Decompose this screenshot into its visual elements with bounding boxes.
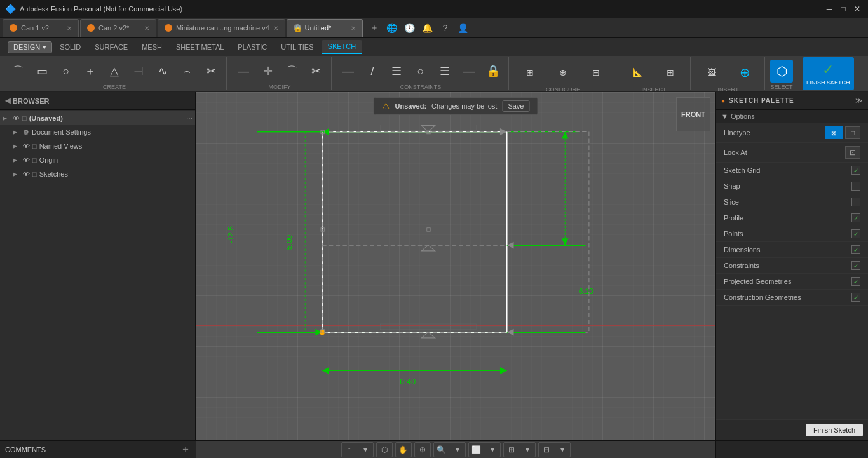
new-tab-button[interactable]: ＋: [367, 20, 382, 36]
constraint5-button[interactable]: ☰: [433, 60, 456, 83]
display-mode-button[interactable]: ⬜: [469, 443, 484, 457]
linetype-secondary-button[interactable]: □: [845, 126, 860, 139]
orbit-button[interactable]: ⊕: [415, 443, 430, 457]
palette-finish-sketch-button[interactable]: Finish Sketch: [806, 424, 863, 436]
lock-button[interactable]: 🔒: [482, 60, 505, 83]
tab-untitled[interactable]: 🔒 Untitled* ✕: [287, 19, 363, 37]
design-button[interactable]: DESIGN ▾: [8, 41, 52, 53]
finish-sketch-button[interactable]: ✓ FINISH SKETCH: [803, 57, 854, 90]
notification-button[interactable]: 🔔: [420, 20, 435, 36]
toolbar-tab-plastic[interactable]: PLASTIC: [231, 41, 273, 53]
tab-can2[interactable]: Can 2 v2* ✕: [80, 19, 156, 37]
save-button[interactable]: Save: [502, 100, 529, 112]
display-dropdown-button[interactable]: ▾: [485, 443, 500, 457]
constraint4-button[interactable]: ○: [409, 60, 432, 83]
browser-item-origin[interactable]: ▶ 👁 □ Origin: [0, 153, 195, 167]
visibility-icon-unsaved[interactable]: 👁: [13, 114, 20, 122]
tab-close-miniature[interactable]: ✕: [273, 25, 278, 32]
fillet-tool-button[interactable]: ⌢: [175, 60, 198, 83]
palette-section-options[interactable]: ▼ Options: [716, 110, 868, 123]
offset-tool-button[interactable]: ⌒: [280, 60, 303, 83]
tab-close-can2[interactable]: ✕: [144, 25, 149, 32]
slice-checkbox[interactable]: [851, 198, 860, 206]
constraints-dropdown-icon[interactable]: ▾: [419, 90, 423, 91]
maximize-button[interactable]: □: [837, 3, 849, 15]
profile-checkbox[interactable]: ✓: [851, 213, 860, 222]
dimension-tool-button[interactable]: ⊣: [127, 60, 150, 83]
tab-close-untitled[interactable]: ✕: [351, 25, 356, 32]
modify-dropdown-icon[interactable]: ▾: [278, 90, 281, 91]
configure-btn2[interactable]: ⊕: [547, 60, 579, 85]
visibility-icon-sketches[interactable]: 👁: [23, 170, 30, 178]
points-checkbox[interactable]: ✓: [851, 229, 860, 238]
configure-btn3[interactable]: ⊟: [580, 60, 612, 85]
construction-geometries-checkbox[interactable]: ✓: [851, 293, 860, 302]
zoom-button[interactable]: 🔍: [434, 443, 449, 457]
constraints-checkbox[interactable]: ✓: [851, 261, 860, 270]
constraint3-button[interactable]: ☰: [385, 60, 408, 83]
browser-nav-back[interactable]: ◀: [5, 97, 10, 105]
options-icon-unsaved[interactable]: ⋯: [186, 115, 193, 122]
linetype-button[interactable]: ⊠: [825, 126, 843, 139]
toolbar-tab-mesh[interactable]: MESH: [135, 41, 168, 53]
toolbar-tab-solid[interactable]: SOLID: [53, 41, 87, 53]
minimize-button[interactable]: ─: [824, 3, 835, 15]
select-dropdown-icon[interactable]: ▾: [780, 90, 783, 91]
add-comment-button[interactable]: ＋: [180, 443, 191, 456]
line-tool-button[interactable]: ＋: [79, 60, 102, 83]
view-cube[interactable]: FRONT: [676, 97, 710, 131]
browser-collapse-icon[interactable]: —: [183, 97, 190, 105]
constraint1-button[interactable]: —: [337, 60, 360, 83]
capture-button[interactable]: ⬡: [377, 443, 392, 457]
browser-item-unsaved[interactable]: ▶ 👁 □ (Unsaved) ⋯: [0, 111, 195, 125]
zoom-dropdown-button[interactable]: ▾: [450, 443, 465, 457]
dimensions-checkbox[interactable]: ✓: [851, 245, 860, 254]
spline-tool-button[interactable]: ∿: [151, 60, 174, 83]
circle-tool-button[interactable]: ○: [55, 60, 78, 83]
visibility-icon-named-views[interactable]: 👁: [23, 142, 30, 150]
visibility-icon-origin[interactable]: 👁: [23, 156, 30, 164]
insert-btn1[interactable]: 🖼: [696, 60, 728, 85]
tab-close-can1[interactable]: ✕: [67, 25, 72, 32]
lookat-button[interactable]: ⊡: [845, 146, 860, 159]
configure-btn1[interactable]: ⊞: [514, 60, 546, 85]
projected-geometries-checkbox[interactable]: ✓: [851, 277, 860, 286]
help-button[interactable]: ?: [438, 20, 453, 36]
insert-btn2[interactable]: ⊕: [729, 60, 761, 85]
trim-tool-button[interactable]: ✂: [200, 60, 222, 83]
arc-tool-button[interactable]: ⌒: [6, 60, 29, 83]
move-tool-button[interactable]: ✛: [256, 60, 279, 83]
triangle-tool-button[interactable]: △: [103, 60, 126, 83]
palette-expand-icon[interactable]: ≫: [855, 97, 863, 105]
grid-dropdown-button[interactable]: ▾: [520, 443, 535, 457]
constraint2-button[interactable]: /: [361, 60, 384, 83]
scissor-tool-button[interactable]: ✂: [304, 60, 327, 83]
canvas-area[interactable]: ⚠ Unsaved: Changes may be lost Save FRON…: [196, 92, 715, 440]
inspect-btn2[interactable]: ⊞: [654, 60, 686, 85]
account-button[interactable]: 👤: [456, 20, 471, 36]
tab-miniature[interactable]: Miniature can...ng machine v4 ✕: [158, 19, 285, 37]
tab-history-button[interactable]: 🕐: [402, 20, 417, 36]
snapping-dropdown-button[interactable]: ▾: [555, 443, 570, 457]
snap-dropdown-button[interactable]: ▾: [358, 443, 373, 457]
inspect-btn1[interactable]: 📐: [621, 60, 653, 85]
rectangle-tool-button[interactable]: ▭: [31, 60, 53, 83]
snap-toggle-button[interactable]: ↑: [342, 443, 357, 457]
tab-can1[interactable]: Can 1 v2 ✕: [3, 19, 79, 37]
toolbar-tab-sketch[interactable]: SKETCH: [322, 40, 363, 54]
snapping-button[interactable]: ⊟: [539, 443, 554, 457]
toolbar-tab-utilities[interactable]: UTILITIES: [275, 41, 320, 53]
browser-item-doc-settings[interactable]: ▶ ⚙ Document Settings: [0, 125, 195, 139]
tab-more-button[interactable]: 🌐: [384, 20, 400, 36]
snap-checkbox[interactable]: [851, 182, 860, 191]
sketch-grid-checkbox[interactable]: ✓: [851, 166, 860, 175]
browser-item-sketches[interactable]: ▶ 👁 □ Sketches: [0, 167, 195, 181]
create-dropdown-icon[interactable]: ▾: [113, 90, 116, 91]
line-tool2-button[interactable]: —: [232, 60, 255, 83]
browser-item-named-views[interactable]: ▶ 👁 □ Named Views: [0, 139, 195, 153]
toolbar-tab-surface[interactable]: SURFACE: [88, 41, 134, 53]
close-button[interactable]: ✕: [851, 3, 863, 15]
grid-button[interactable]: ⊞: [504, 443, 519, 457]
pan-button[interactable]: ✋: [396, 443, 411, 457]
constraint6-button[interactable]: —: [458, 60, 480, 83]
